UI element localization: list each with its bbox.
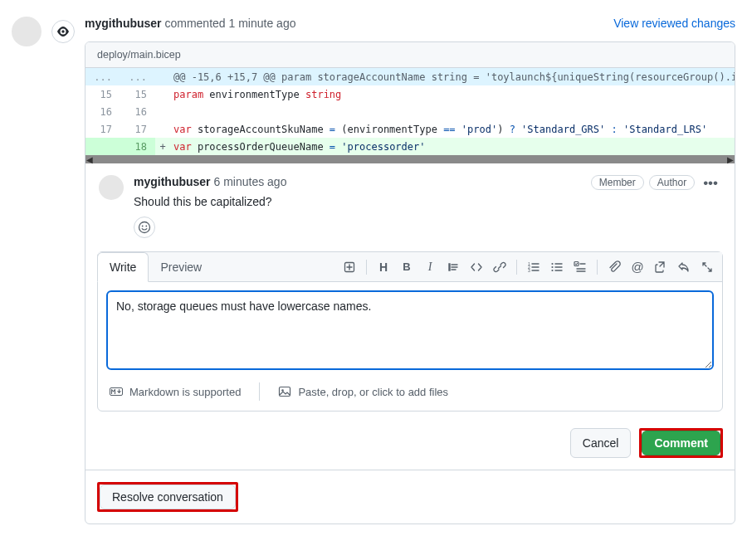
scroll-left-icon[interactable]: ◀ — [85, 155, 94, 163]
smiley-icon — [138, 221, 151, 234]
author-badge: Author — [649, 175, 695, 190]
diff-row: 1515param environmentType string — [85, 85, 735, 103]
comment-input[interactable] — [106, 290, 714, 370]
svg-point-3 — [145, 226, 147, 227]
svg-rect-13 — [280, 387, 290, 397]
unordered-list-icon[interactable] — [550, 261, 564, 274]
review-badge — [51, 20, 75, 43]
mention-icon[interactable]: @ — [631, 261, 644, 274]
comment-meta: mygithubuser 6 minutes ago — [134, 175, 286, 188]
ordered-list-icon[interactable]: 123 — [527, 261, 540, 274]
avatar[interactable] — [12, 17, 42, 46]
files-hint[interactable]: Paste, drop, or click to add files — [298, 386, 448, 398]
diff-row: 1616 — [85, 103, 735, 120]
tab-write[interactable]: Write — [97, 252, 149, 282]
svg-point-8 — [551, 262, 553, 264]
svg-point-2 — [142, 226, 144, 227]
eye-icon — [56, 25, 70, 38]
comment-header: mygithubuser commented 1 minute ago — [85, 17, 295, 30]
view-reviewed-changes-link[interactable]: View reviewed changes — [613, 17, 735, 30]
scroll-right-icon[interactable]: ▶ — [726, 155, 735, 163]
svg-point-9 — [551, 265, 553, 267]
diff-row: 18+var processOrderQueueName = 'processo… — [85, 138, 735, 155]
more-actions-icon[interactable]: ••• — [700, 176, 721, 190]
cross-reference-icon[interactable] — [654, 261, 667, 274]
svg-point-0 — [61, 30, 64, 32]
heading-icon[interactable]: H — [377, 261, 390, 274]
link-icon[interactable] — [493, 261, 506, 274]
resolve-conversation-button[interactable]: Resolve conversation — [100, 485, 236, 509]
diff-row: 1717var storageAccountSkuName = (environ… — [85, 120, 735, 138]
svg-point-10 — [551, 269, 553, 270]
member-badge: Member — [591, 175, 644, 190]
task-list-icon[interactable] — [574, 261, 587, 274]
saved-replies-icon[interactable] — [677, 261, 691, 274]
markdown-hint[interactable]: Markdown is supported — [129, 386, 241, 398]
image-icon — [278, 385, 291, 398]
svg-text:3: 3 — [528, 267, 530, 272]
review-card: deploy/main.bicep ... ... @@ -15,6 +15,7… — [85, 41, 735, 524]
avatar[interactable] — [99, 175, 124, 200]
hunk-header: @@ -15,6 +15,7 @@ param storageAccountNa… — [170, 68, 735, 85]
svg-point-14 — [282, 389, 285, 392]
diff-table: ... ... @@ -15,6 +15,7 @@ param storageA… — [85, 68, 735, 155]
expand-icon[interactable] — [701, 261, 714, 274]
horizontal-scrollbar[interactable]: ◀ ▶ — [85, 155, 735, 163]
comment-button[interactable]: Comment — [642, 431, 720, 455]
attach-icon[interactable] — [608, 261, 621, 274]
italic-icon[interactable]: I — [423, 261, 437, 274]
bold-icon[interactable]: B — [400, 261, 413, 274]
markdown-icon — [110, 385, 123, 398]
suggestion-icon[interactable] — [343, 261, 356, 274]
svg-point-1 — [139, 222, 150, 233]
tab-preview[interactable]: Preview — [149, 253, 213, 281]
file-path: deploy/main.bicep — [85, 42, 735, 68]
cancel-button[interactable]: Cancel — [570, 428, 632, 458]
code-icon[interactable] — [470, 261, 483, 274]
comment-text: Should this be capitalized? — [134, 195, 721, 208]
quote-icon[interactable] — [447, 261, 460, 274]
add-reaction-button[interactable] — [134, 217, 155, 238]
reply-box: Write Preview H B I 123 — [97, 251, 723, 411]
